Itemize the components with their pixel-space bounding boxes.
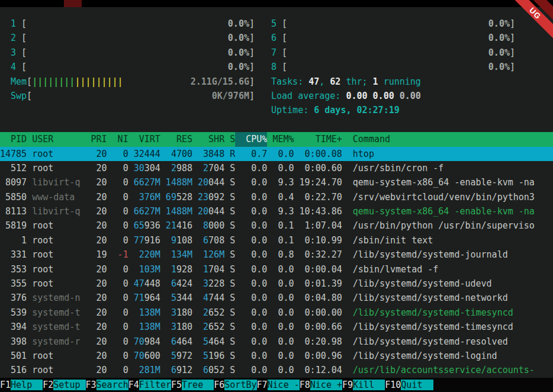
process-row[interactable]: 516root200281M69126052S0.00.00:12.04/usr… xyxy=(0,363,553,377)
mem-value-mb: 3 xyxy=(203,149,208,159)
process-row[interactable]: 14785root2003244447003848R0.70.00:00.08h… xyxy=(0,147,553,161)
res-cell: 1488M xyxy=(160,204,192,219)
column-header-shr[interactable]: SHR xyxy=(192,132,224,146)
mem-value-kb: 000 xyxy=(208,220,224,231)
command-cell: /lib/systemd/systemd-logind xyxy=(342,349,553,363)
nice-cell: 0 xyxy=(107,363,128,377)
process-row[interactable]: 394systemd-t200138M31802652S0.00.00:00.6… xyxy=(0,320,553,334)
process-row[interactable]: 398systemd-r2007098464645464S0.00.00:20.… xyxy=(0,335,553,349)
fkey-label: Nice + xyxy=(310,380,342,390)
column-header-time[interactable]: TIME+ xyxy=(294,132,342,146)
process-row[interactable]: 355root2004744864243228S0.00.00:01.39/li… xyxy=(0,277,553,291)
mem-pct-cell: 0.4 xyxy=(267,190,294,204)
mem-value: 376M xyxy=(139,192,160,203)
nice-cell: 0 xyxy=(107,306,128,320)
virt-cell: 376M xyxy=(128,190,160,204)
mem-value-mb: 6 xyxy=(203,235,208,246)
nice-cell: 0 xyxy=(107,219,128,233)
res-cell: 6912 xyxy=(160,363,192,377)
meter-label: Mem xyxy=(11,75,27,89)
mem-value-kb: 464 xyxy=(176,336,192,347)
user-cell: libvirt-q xyxy=(27,175,80,189)
fkey-item-quit[interactable]: F10Quit xyxy=(385,378,433,392)
cpu-pct-cell: 0.0 xyxy=(235,248,267,262)
fkey-item-sortby[interactable]: F6SortBy xyxy=(214,378,256,392)
mem-value-mb: 1 xyxy=(171,264,176,275)
virt-cell: 32444 xyxy=(128,147,160,161)
priority-cell: 20 xyxy=(80,262,107,277)
nice-cell: 0 xyxy=(107,147,128,161)
memory-meter: Mem[|||||||||||||||||2.11G/15.6G] xyxy=(11,75,255,89)
res-cell: 6424 xyxy=(160,277,192,291)
column-header-pri[interactable]: PRI xyxy=(80,132,107,146)
column-header-pid[interactable]: PID xyxy=(0,132,27,146)
fkey-number: F7 xyxy=(257,380,268,390)
column-header-s[interactable]: S xyxy=(224,132,235,146)
cpu-meter-2: 2 [0.0%] xyxy=(11,31,255,45)
process-row[interactable]: 539systemd-t200138M31802652S0.00.00:00.0… xyxy=(0,306,553,320)
column-header-cpu[interactable]: CPU% xyxy=(235,132,267,146)
process-row[interactable]: 353root200103M19281704S0.00.00:00.04/sbi… xyxy=(0,262,553,277)
mem-value-kb: 424 xyxy=(176,278,192,289)
cpu-pct-cell: 0.0 xyxy=(235,219,267,233)
pid-cell: 5850 xyxy=(0,190,27,204)
column-header-virt[interactable]: VIRT xyxy=(128,132,160,146)
command-cell: /lib/systemd/systemd-journald xyxy=(342,248,553,262)
command-cell: /sbin/init text xyxy=(342,233,553,248)
mem-value-mb: 3 xyxy=(171,322,176,332)
mem-value: 103M xyxy=(139,264,160,275)
cpu-pct-cell: 0.0 xyxy=(235,161,267,175)
meter-value: 0.0% xyxy=(228,46,249,60)
cpu-meter-3: 3 [0.0%] xyxy=(11,46,255,60)
state-cell: S xyxy=(224,262,235,277)
fkey-item-tree[interactable]: F5Tree xyxy=(171,378,214,392)
process-row[interactable]: 8113libvirt-q2006627M1488M20044S0.09.310… xyxy=(0,204,553,219)
command-cell: /sbin/lvmetad -f xyxy=(342,262,553,277)
meter-bar-area xyxy=(287,60,488,74)
process-row[interactable]: 5850www-data200376M6952823092S0.00.40:22… xyxy=(0,190,553,204)
mem-value-kb: 464 xyxy=(208,336,224,347)
process-row[interactable]: 8097libvirt-q2006627M1488M20044S0.09.319… xyxy=(0,175,553,189)
res-cell: 3180 xyxy=(160,306,192,320)
shr-cell: 20044 xyxy=(192,204,224,219)
fkey-item-nice-[interactable]: F7Nice - xyxy=(257,378,300,392)
process-row[interactable]: 501root2007060059725196S0.00.00:00.96/li… xyxy=(0,349,553,363)
mem-value-kb: 092 xyxy=(208,192,224,203)
meter-open-bracket: [ xyxy=(282,17,287,31)
mem-value-mb: 47 xyxy=(134,278,144,289)
cpu-pct-cell: 0.7 xyxy=(235,147,267,161)
state-cell: S xyxy=(224,219,235,233)
column-header-cmd[interactable]: Command xyxy=(342,132,553,146)
mem-value-mb: 3 xyxy=(203,278,208,289)
time-cell: 0:00.66 xyxy=(294,320,342,334)
user-cell: root xyxy=(27,363,80,377)
column-header-res[interactable]: RES xyxy=(160,132,192,146)
nice-cell: 0 xyxy=(107,335,128,349)
fkey-item-setup[interactable]: F2Setup xyxy=(43,378,85,392)
meter-label: 3 xyxy=(11,46,21,60)
fkey-item-help[interactable]: F1Help xyxy=(0,378,43,392)
virt-cell: 70600 xyxy=(128,349,160,363)
column-header-user[interactable]: USER xyxy=(27,132,80,146)
fkey-item-nice-[interactable]: F8Nice + xyxy=(300,378,342,392)
meter-open-bracket: [ xyxy=(21,17,27,31)
column-header-ni[interactable]: NI xyxy=(107,132,128,146)
process-row[interactable]: 5819root20065936214168000S0.00.11:07.04/… xyxy=(0,219,553,233)
process-row[interactable]: 331root19-1220M134M126MS0.00.80:32.27/li… xyxy=(0,248,553,262)
mem-value-mb: 77 xyxy=(134,235,144,246)
column-header-mem[interactable]: MEM% xyxy=(267,132,294,146)
mem-pct-cell: 0.0 xyxy=(267,320,294,334)
fkey-item-kill[interactable]: F9Kill xyxy=(342,378,385,392)
cpu-pct-cell: 0.0 xyxy=(235,262,267,277)
mem-value-kb: 448 xyxy=(144,278,160,289)
process-row[interactable]: 376systemd-n2007196453444744S0.00.00:04.… xyxy=(0,291,553,305)
process-row[interactable]: 1root2007791691086708S0.00.10:10.99/sbin… xyxy=(0,233,553,248)
user-cell: root xyxy=(27,233,80,248)
pid-cell: 516 xyxy=(0,363,27,377)
mem-value-kb: 196 xyxy=(208,351,224,361)
process-row[interactable]: 512root2003030429882704S0.00.00:00.60/us… xyxy=(0,161,553,175)
fkey-item-search[interactable]: F3Search xyxy=(86,378,128,392)
shr-cell: 23092 xyxy=(192,190,224,204)
fkey-number: F8 xyxy=(300,380,310,390)
fkey-item-filter[interactable]: F4Filter xyxy=(128,378,171,392)
